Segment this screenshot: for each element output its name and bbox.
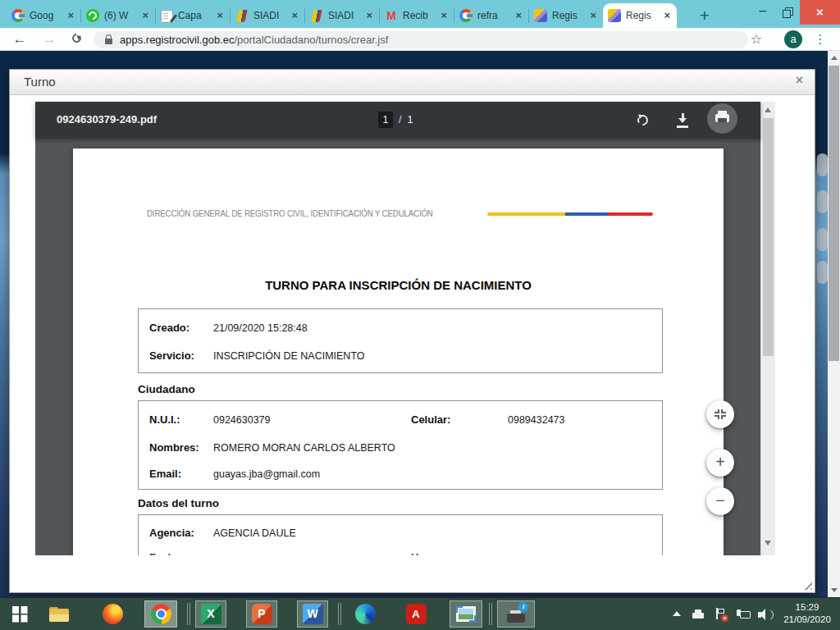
tab-close-icon[interactable]: ×: [364, 10, 374, 21]
close-window-button[interactable]: ×: [800, 0, 840, 25]
chrome-button[interactable]: [144, 600, 177, 628]
ciudadano-heading: Ciudadano: [138, 383, 195, 395]
rotate-icon[interactable]: [630, 107, 656, 134]
address-bar[interactable]: apps.registrocivil.gob.ec/portalCiudadan…: [94, 31, 748, 48]
tab-gmail[interactable]: Recib ×: [380, 3, 454, 28]
tray-action-center-flag-icon[interactable]: [714, 608, 728, 621]
scroll-up-arrow-icon[interactable]: [831, 56, 838, 60]
tray-network-icon[interactable]: [737, 609, 751, 620]
scroll-down-arrow-icon[interactable]: [831, 588, 838, 592]
forward-button[interactable]: →: [38, 28, 61, 51]
tab-siad-1[interactable]: SIADI ×: [231, 3, 304, 28]
printer-queue-button[interactable]: [497, 600, 535, 628]
clock-date: 21/09/2020: [778, 614, 837, 626]
pdf-total-pages: 1: [407, 114, 413, 126]
taskbar-clock[interactable]: 15:29 21/09/2020: [778, 601, 837, 626]
tab-label: SIADI: [328, 10, 361, 21]
tab-close-icon[interactable]: ×: [514, 10, 523, 21]
taskbar-separator: [338, 603, 339, 625]
start-button[interactable]: [5, 600, 34, 628]
agencia-value: AGENCIA DAULE: [213, 527, 296, 539]
pdf-scroll-up-arrow-icon[interactable]: [765, 107, 771, 112]
pdf-current-page-input[interactable]: 1: [378, 112, 393, 128]
tab-close-icon[interactable]: ×: [215, 10, 225, 21]
tab-siad-2[interactable]: SIADI ×: [305, 3, 379, 28]
email-value: guayas.jba@gmail.com: [213, 468, 320, 480]
tab-close-icon[interactable]: ×: [439, 10, 449, 21]
creado-label: Creado:: [149, 322, 189, 334]
ecuador-ribbon-favicon-icon: [236, 10, 247, 22]
browser-menu-icon[interactable]: ⋮: [810, 28, 830, 51]
printer-info-icon: [505, 609, 527, 625]
print-button[interactable]: [707, 103, 737, 134]
ecuador-ribbon-favicon-icon: [311, 10, 322, 22]
restore-window-button[interactable]: [776, 7, 799, 23]
browser-scrollbar[interactable]: [828, 51, 840, 597]
powerpoint-button[interactable]: [246, 600, 277, 628]
snip-photo-icon: [456, 606, 476, 622]
tab-registro-civil-active[interactable]: Regis ×: [603, 3, 677, 28]
profile-avatar[interactable]: a: [784, 30, 802, 48]
tray-printer-icon[interactable]: [692, 609, 705, 620]
bookmark-star-icon[interactable]: ☆: [745, 28, 768, 51]
fit-page-icon: [714, 409, 726, 419]
zoom-out-button[interactable]: −: [706, 487, 734, 515]
download-icon[interactable]: [669, 107, 696, 134]
email-label: Email:: [149, 468, 181, 480]
registro-civil-favicon-icon: [608, 9, 621, 22]
back-button[interactable]: ←: [8, 28, 31, 51]
pdf-scroll-down-arrow-icon[interactable]: [765, 541, 771, 546]
dialog-header[interactable]: Turno ×: [10, 70, 815, 95]
pdf-document-page: DIRECCIÓN GENERAL DE REGISTRO CIVIL, IDE…: [73, 148, 724, 555]
powerpoint-icon: [252, 604, 272, 624]
taskbar-separator: [489, 603, 490, 625]
padlock-icon[interactable]: [105, 39, 112, 44]
checklist-favicon-icon: [161, 10, 173, 23]
acrobat-button[interactable]: [400, 600, 431, 628]
tab-close-icon[interactable]: ×: [140, 10, 150, 21]
firefox-icon: [103, 604, 123, 624]
servicio-label: Servicio:: [149, 349, 194, 362]
excel-button[interactable]: [195, 600, 226, 628]
edge-button[interactable]: [349, 600, 381, 628]
scrollbar-thumb[interactable]: [829, 66, 839, 361]
new-tab-button[interactable]: +: [694, 5, 715, 26]
firefox-button[interactable]: [97, 600, 128, 628]
zoom-in-button[interactable]: +: [706, 449, 734, 477]
tab-close-icon[interactable]: ×: [66, 10, 75, 21]
pdf-scrollbar-thumb[interactable]: [763, 118, 774, 356]
url-host: apps.registrocivil.gob.ec: [120, 34, 234, 46]
tab-label: Capa: [178, 10, 211, 21]
background-pill: [817, 228, 828, 251]
excel-icon: [201, 604, 221, 624]
reload-button[interactable]: [71, 32, 83, 44]
tab-close-icon[interactable]: ×: [588, 10, 598, 21]
tab-google[interactable]: Goog ×: [7, 3, 80, 28]
tray-show-hidden-icons-icon[interactable]: [673, 611, 681, 616]
file-explorer-button[interactable]: [44, 600, 74, 628]
background-pill: [817, 190, 828, 213]
agencia-label: Agencia:: [149, 527, 194, 539]
tray-volume-icon[interactable]: [758, 609, 774, 621]
pdf-viewer: 0924630379-249.pdf 1 / 1 DIRECCIÓN GENER…: [35, 102, 775, 555]
snipping-tool-button[interactable]: [450, 600, 482, 628]
dialog-resize-handle[interactable]: [801, 579, 812, 590]
minimize-window-button[interactable]: –: [751, 0, 774, 25]
tab-registro-civil-1[interactable]: Regis ×: [529, 3, 603, 28]
tab-label: SIADI: [253, 10, 286, 21]
dialog-title: Turno: [24, 75, 56, 89]
tab-capacitacion[interactable]: Capa ×: [156, 3, 230, 28]
pdf-scrollbar[interactable]: [760, 102, 775, 555]
acrobat-icon: [406, 604, 427, 624]
fit-to-page-button[interactable]: [706, 400, 734, 428]
tab-close-icon[interactable]: ×: [290, 10, 299, 21]
tab-strip: Goog × (6) W × Capa × SIADI × SIADI: [0, 0, 840, 28]
nui-value: 0924630379: [213, 414, 271, 426]
tab-refranes[interactable]: refra ×: [454, 3, 528, 28]
turno-dialog: Turno × 0924630379-249.pdf 1 / 1: [9, 69, 815, 593]
tab-whatsapp[interactable]: (6) W ×: [81, 3, 155, 28]
tab-close-icon[interactable]: ×: [662, 10, 672, 21]
dialog-close-icon[interactable]: ×: [796, 73, 803, 88]
word-button[interactable]: [297, 600, 328, 628]
url-path: /portalCiudadano/turnos/crear.jsf: [234, 34, 388, 46]
